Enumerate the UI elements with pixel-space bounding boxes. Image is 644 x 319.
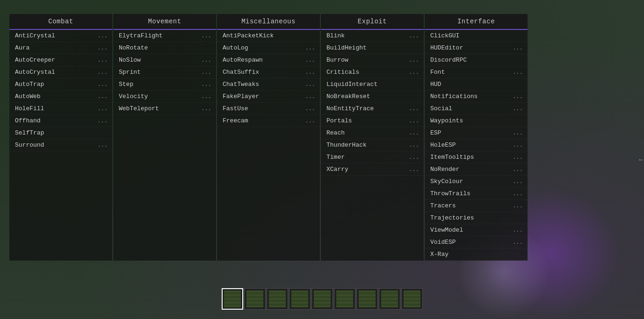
module-dots-timer[interactable]: ... — [409, 154, 419, 161]
module-item-webteleport[interactable]: WebTeleport... — [113, 103, 216, 115]
module-item-timer[interactable]: Timer... — [321, 151, 424, 163]
module-item-velocity[interactable]: Velocity... — [113, 91, 216, 103]
hotbar-slot-1[interactable] — [244, 288, 266, 310]
module-item-trajectories[interactable]: Trajectories — [425, 212, 528, 224]
module-item-tracers[interactable]: Tracers... — [425, 200, 528, 212]
module-dots-throwtrails[interactable]: ... — [513, 191, 523, 197]
module-item-x-ray[interactable]: X-Ray — [425, 248, 528, 261]
module-item-reach[interactable]: Reach... — [321, 127, 424, 139]
module-dots-fakeplayer[interactable]: ... — [305, 93, 315, 100]
module-item-voidesp[interactable]: VoidESP... — [425, 236, 528, 248]
module-item-norotate[interactable]: NoRotate — [113, 42, 216, 54]
module-dots-xcarry[interactable]: ... — [409, 166, 419, 173]
module-item-autolog[interactable]: AutoLog... — [217, 42, 320, 54]
module-item-holeesp[interactable]: HoleESP... — [425, 139, 528, 151]
module-dots-freecam[interactable]: ... — [305, 118, 315, 124]
hotbar-slot-4[interactable] — [311, 288, 333, 310]
module-dots-step[interactable]: ... — [201, 81, 211, 88]
module-dots-aura[interactable]: ... — [97, 45, 108, 51]
module-dots-blink[interactable]: ... — [409, 33, 419, 39]
module-item-viewmodel[interactable]: ViewModel... — [425, 224, 528, 236]
module-item-criticals[interactable]: Criticals... — [321, 66, 424, 78]
module-item-clickgui[interactable]: ClickGUI — [425, 30, 528, 42]
module-item-surround[interactable]: Surround... — [9, 139, 112, 151]
module-dots-voidesp[interactable]: ... — [513, 239, 523, 246]
module-item-noentitytrace[interactable]: NoEntityTrace... — [321, 103, 424, 115]
module-dots-surround[interactable]: ... — [97, 142, 108, 149]
module-dots-autoweb[interactable]: ... — [97, 93, 108, 100]
module-item-offhand[interactable]: Offhand... — [9, 115, 112, 127]
module-dots-tracers[interactable]: ... — [513, 203, 523, 209]
module-item-notifications[interactable]: Notifications... — [425, 91, 528, 103]
hotbar-slot-7[interactable] — [379, 288, 400, 310]
hotbar-slot-0[interactable] — [222, 288, 243, 310]
module-item-chatsuffix[interactable]: ChatSuffix... — [217, 66, 320, 78]
module-dots-elytraflight[interactable]: ... — [201, 33, 211, 39]
module-item-blink[interactable]: Blink... — [321, 30, 424, 42]
module-item-autocreeper[interactable]: AutoCreeper... — [9, 54, 112, 66]
module-dots-autolog[interactable]: ... — [305, 45, 315, 51]
module-item-thunderhack[interactable]: ThunderHack... — [321, 139, 424, 151]
module-dots-fastuse[interactable]: ... — [305, 106, 315, 112]
module-item-noslow[interactable]: NoSlow... — [113, 54, 216, 66]
module-dots-sprint[interactable]: ... — [201, 69, 211, 76]
module-item-antipacketkick[interactable]: AntiPacketKick — [217, 30, 320, 42]
hotbar-slot-8[interactable] — [401, 288, 423, 310]
module-item-liquidinteract[interactable]: LiquidInteract — [321, 78, 424, 91]
module-dots-autotrap[interactable]: ... — [97, 81, 108, 88]
module-dots-holefill[interactable]: ... — [97, 106, 108, 112]
module-dots-hudeditor[interactable]: ... — [513, 45, 523, 51]
hotbar-slot-6[interactable] — [356, 288, 378, 310]
module-item-hud[interactable]: HUD — [425, 78, 528, 91]
module-item-xcarry[interactable]: XCarry... — [321, 163, 424, 176]
module-dots-autocreeper[interactable]: ... — [97, 57, 108, 64]
module-item-autotrap[interactable]: AutoTrap... — [9, 78, 112, 91]
module-dots-chattweaks[interactable]: ... — [305, 81, 315, 88]
module-dots-burrow[interactable]: ... — [409, 57, 419, 64]
module-dots-anticrystal[interactable]: ... — [97, 33, 108, 39]
module-dots-norender[interactable]: ... — [513, 166, 523, 173]
module-dots-velocity[interactable]: ... — [201, 93, 211, 100]
module-item-chattweaks[interactable]: ChatTweaks... — [217, 78, 320, 91]
module-dots-noslow[interactable]: ... — [201, 57, 211, 64]
module-dots-viewmodel[interactable]: ... — [513, 227, 523, 234]
module-item-throwtrails[interactable]: ThrowTrails... — [425, 188, 528, 200]
module-dots-webteleport[interactable]: ... — [201, 106, 211, 112]
module-item-anticrystal[interactable]: AntiCrystal... — [9, 30, 112, 42]
module-item-aura[interactable]: Aura... — [9, 42, 112, 54]
module-item-step[interactable]: Step... — [113, 78, 216, 91]
module-item-skycolour[interactable]: SkyColour... — [425, 176, 528, 188]
module-dots-itemtooltips[interactable]: ... — [513, 154, 523, 161]
module-item-waypoints[interactable]: Waypoints — [425, 115, 528, 127]
module-item-norender[interactable]: NoRender... — [425, 163, 528, 176]
module-item-freecam[interactable]: Freecam... — [217, 115, 320, 127]
module-item-hudeditor[interactable]: HUDEditor... — [425, 42, 528, 54]
module-dots-autocrystal[interactable]: ... — [97, 69, 108, 76]
hotbar-slot-2[interactable] — [267, 288, 288, 310]
module-dots-offhand[interactable]: ... — [97, 118, 108, 124]
module-item-holefill[interactable]: HoleFill... — [9, 103, 112, 115]
module-dots-portals[interactable]: ... — [409, 118, 419, 124]
module-item-sprint[interactable]: Sprint... — [113, 66, 216, 78]
module-item-nobreakreset[interactable]: NoBreakReset — [321, 91, 424, 103]
module-item-esp[interactable]: ESP... — [425, 127, 528, 139]
module-dots-esp[interactable]: ... — [513, 130, 523, 136]
module-item-discordrpc[interactable]: DiscordRPC — [425, 54, 528, 66]
hotbar-slot-3[interactable] — [289, 288, 311, 310]
module-item-autorespawn[interactable]: AutoRespawn... — [217, 54, 320, 66]
module-item-portals[interactable]: Portals... — [321, 115, 424, 127]
module-item-social[interactable]: Social... — [425, 103, 528, 115]
module-dots-reach[interactable]: ... — [409, 130, 419, 136]
module-dots-autorespawn[interactable]: ... — [305, 57, 315, 64]
module-dots-noentitytrace[interactable]: ... — [409, 106, 419, 112]
module-item-buildheight[interactable]: BuildHeight — [321, 42, 424, 54]
module-item-font[interactable]: Font... — [425, 66, 528, 78]
hotbar-slot-5[interactable] — [334, 288, 355, 310]
module-item-burrow[interactable]: Burrow... — [321, 54, 424, 66]
module-item-itemtooltips[interactable]: ItemTooltips... — [425, 151, 528, 163]
right-arrow-icon[interactable]: ← — [638, 154, 644, 165]
module-item-fakeplayer[interactable]: FakePlayer... — [217, 91, 320, 103]
module-item-fastuse[interactable]: FastUse... — [217, 103, 320, 115]
module-dots-thunderhack[interactable]: ... — [409, 142, 419, 149]
module-dots-social[interactable]: ... — [513, 106, 523, 112]
